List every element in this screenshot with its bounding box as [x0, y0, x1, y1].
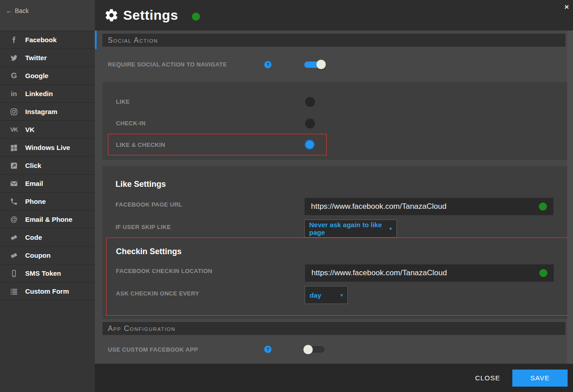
sidebar-item-label: Code [25, 233, 42, 241]
sidebar-item-label: Windows Live [25, 144, 70, 151]
sidebar-item-phone[interactable]: Phone [0, 193, 95, 211]
facebook-page-url-value: https://www.facebook.com/TanazaCloud [311, 202, 539, 211]
if-user-skip-like-select[interactable]: Never ask again to like page ▾ [304, 220, 397, 238]
click-icon [9, 161, 18, 170]
require-social-action-toggle[interactable] [304, 62, 324, 68]
sidebar-item-custom-form[interactable]: Custom Form [0, 282, 95, 300]
sidebar-item-label: VK [25, 126, 35, 133]
use-custom-facebook-app-toggle[interactable] [304, 346, 324, 352]
checkin-settings-highlight-box: Checkin Settings FACEBOOK CHECKIN LOCATI… [106, 238, 568, 316]
if-user-skip-like-label: IF USER SKIP LIKE [115, 224, 171, 230]
like-radio[interactable] [305, 97, 315, 107]
use-custom-facebook-app-row: USE CUSTOM FACEBOOK APP ? [102, 335, 567, 364]
app-configuration-section-header: App Configuration [102, 322, 565, 335]
option-check-in[interactable]: CHECK-IN [108, 112, 327, 134]
checkin-settings-title: Checkin Settings [116, 247, 182, 256]
option-label: LIKE & CHECKIN [116, 141, 165, 148]
facebook-page-url-input[interactable]: https://www.facebook.com/TanazaCloud [304, 198, 554, 216]
sidebar-item-sms-token[interactable]: SMS Token [0, 264, 95, 282]
dialog-footer: CLOSE SAVE [95, 364, 573, 392]
selected-option: Never ask again to like page [309, 221, 384, 236]
back-label: Back [15, 7, 29, 14]
status-dot [192, 13, 200, 21]
windows-icon [9, 143, 18, 152]
toggle-knob [316, 60, 326, 69]
at-icon: @ [9, 215, 18, 224]
ask-checkin-once-every-label: ASK CHECKIN ONCE EVERY [116, 290, 199, 297]
sidebar-item-label: Facebook [25, 36, 57, 44]
sidebar-item-label: Instagram [25, 108, 58, 115]
back-arrow-icon: ← [6, 7, 13, 14]
main-panel: Settings × Social Action REQUIRE SOCIAL … [95, 0, 573, 392]
help-icon[interactable]: ? [264, 346, 271, 353]
facebook-checkin-location-label: FACEBOOK CHECKIN LOCATION [116, 268, 213, 274]
sidebar-item-label: SMS Token [25, 269, 61, 277]
facebook-icon [9, 35, 18, 44]
ticket-icon [9, 233, 18, 242]
sidebar-item-label: Linkedin [25, 90, 53, 97]
instagram-icon [9, 107, 18, 116]
phone-icon [9, 197, 18, 206]
option-label: CHECK-IN [116, 120, 146, 127]
option-like[interactable]: LIKE [108, 91, 327, 112]
page-title: Settings [123, 8, 178, 23]
close-icon[interactable]: × [564, 3, 569, 11]
facebook-page-url-label: FACEBOOK PAGE URL [115, 201, 182, 208]
sidebar-item-vk[interactable]: VK VK [0, 121, 95, 139]
chevron-down-icon: ▾ [335, 292, 343, 298]
require-social-action-row: REQUIRE SOCIAL ACTION TO NAVIGATE ? [102, 47, 567, 82]
dialog-header: Settings × [95, 0, 573, 31]
close-button[interactable]: CLOSE [475, 374, 500, 382]
use-custom-facebook-app-label: USE CUSTOM FACEBOOK APP [108, 346, 264, 353]
sidebar-item-label: Coupon [25, 251, 51, 259]
settings-content: Social Action REQUIRE SOCIAL ACTION TO N… [95, 31, 573, 364]
scrollbar[interactable] [567, 31, 573, 364]
chevron-down-icon: ▾ [384, 226, 392, 232]
sidebar-item-label: Email & Phone [25, 216, 72, 223]
list-icon [9, 287, 18, 296]
valid-indicator-dot [539, 269, 547, 277]
ticket-icon [9, 251, 18, 260]
sidebar-item-windows-live[interactable]: Windows Live [0, 139, 95, 157]
vk-icon: VK [9, 125, 18, 134]
mobile-icon [9, 269, 18, 278]
facebook-checkin-location-input[interactable]: https://www.facebook.com/TanazaCloud [305, 264, 554, 282]
sidebar-item-facebook[interactable]: Facebook [0, 31, 95, 49]
valid-indicator-dot [539, 203, 547, 211]
twitter-icon [9, 53, 18, 62]
sidebar-item-label: Custom Form [25, 287, 69, 295]
like-and-checkin-radio[interactable] [305, 140, 315, 150]
linkedin-icon: in [9, 89, 18, 98]
sidebar-item-label: Click [25, 162, 41, 169]
selected-option: day [310, 291, 321, 299]
sidebar: ←Back Facebook Twitter G Google in Linke… [0, 0, 95, 392]
sidebar-item-email-and-phone[interactable]: @ Email & Phone [0, 211, 95, 229]
option-like-and-checkin[interactable]: LIKE & CHECKIN [108, 134, 327, 155]
sidebar-item-twitter[interactable]: Twitter [0, 49, 95, 67]
sidebar-item-instagram[interactable]: Instagram [0, 103, 95, 121]
sidebar-item-label: Email [25, 180, 43, 187]
sidebar-item-click[interactable]: Click [0, 157, 95, 175]
sidebar-item-email[interactable]: Email [0, 175, 95, 193]
option-label: LIKE [116, 98, 130, 105]
back-button[interactable]: ←Back [0, 0, 95, 31]
ask-checkin-once-every-select[interactable]: day ▾ [305, 286, 348, 304]
social-action-options-panel: LIKE CHECK-IN LIKE & CHECKIN [102, 82, 567, 160]
sidebar-item-google[interactable]: G Google [0, 67, 95, 85]
email-icon [9, 179, 18, 188]
toggle-knob [303, 345, 313, 354]
gear-icon [104, 8, 119, 22]
check-in-radio[interactable] [305, 119, 315, 128]
like-settings-title: Like Settings [115, 180, 166, 189]
sidebar-item-coupon[interactable]: Coupon [0, 247, 95, 264]
settings-dialog: ←Back Facebook Twitter G Google in Linke… [0, 0, 573, 392]
google-icon: G [9, 71, 18, 80]
require-social-action-label: REQUIRE SOCIAL ACTION TO NAVIGATE [108, 61, 264, 68]
like-checkin-settings-panel: Like Settings FACEBOOK PAGE URL https://… [102, 166, 567, 319]
sidebar-item-label: Google [25, 72, 49, 79]
social-action-section-header: Social Action [102, 34, 565, 47]
help-icon[interactable]: ? [264, 61, 271, 68]
sidebar-item-code[interactable]: Code [0, 229, 95, 247]
sidebar-item-linkedin[interactable]: in Linkedin [0, 85, 95, 103]
save-button[interactable]: SAVE [512, 370, 568, 387]
